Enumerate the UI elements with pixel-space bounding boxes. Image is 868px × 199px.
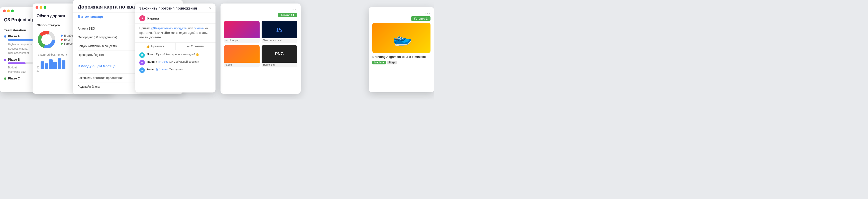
overview-dot-green [43,6,46,9]
assets-header: ... [220,3,301,13]
comment-text-prefix: Привет! [139,27,151,30]
overview-dot-red [36,6,38,9]
asset-thumb [224,21,259,38]
phase-b-progress [8,62,26,64]
phase-a-dot [4,35,6,37]
branding-content: Готово / 1 👟 Branding Alignment to LPs +… [369,16,434,67]
branding-tags: Medium Prep [372,61,431,64]
reply-avatar: А [139,67,145,73]
win-dot-green [11,9,14,12]
phase-a-label: Phase A [8,35,20,38]
task-name: Закончить прототип приложения [78,76,135,80]
overview-dot-yellow [39,6,42,9]
cards-container: Q3 Project alph Team iteration Phase A H… [0,0,434,100]
list-item: П Полина @Алекс QA мобильной версии? [139,60,212,65]
comment-author-name: Карина [147,17,159,20]
reply-icon: ↩ [187,45,190,48]
comment-actions: 👍 Нравится ↩ Ответить [135,42,216,50]
branding-header: ... [369,7,434,16]
task-name: Проверить бюджет [78,53,135,57]
reply-text: Полина @Алекс QA мобильной версии? [147,60,199,64]
bar-1 [40,61,44,69]
comment-body: Привет! @Разработчики продукта, вот ссыл… [135,24,216,42]
branding-tag-medium: Medium [372,61,386,64]
bar-2 [45,63,49,69]
card-branding: ... Готово / 1 👟 Branding Alignment to L… [369,7,434,92]
asset-name: Home.png [261,63,297,67]
comment-text-mid: , вот [187,27,194,30]
asset-thumb [224,45,259,63]
bar-3 [49,59,53,69]
list-item[interactable]: PNG Home.png [261,45,297,67]
card-assets: ... Готово / 1 n colors.png Ps Team even… [220,3,301,94]
list-item[interactable]: n colors.png [224,21,259,43]
phase-b-dot [4,59,6,61]
task-name: Редизайн блога [78,85,135,88]
list-item[interactable]: e.png [224,45,259,67]
asset-name: Team event.mp4 [261,38,297,43]
asset-thumb: PNG [261,45,297,63]
mention-devs[interactable]: @Разработчики продукта [151,27,187,30]
reply-avatar: П [139,60,145,65]
like-button[interactable]: 👍 Нравится [135,42,176,50]
list-item: А Алекс @Полина Уже делаю [139,67,212,73]
phase-c-dot [4,78,6,80]
reply-avatar: П [139,52,145,58]
reply-text: Павел Супер! Команда, вы молодцы! 💪 [147,52,199,56]
donut-chart [37,30,57,50]
asset-name: e.png [224,63,259,67]
bar-6 [62,60,65,69]
task-name: Онбординг (30 сотрудников) [78,36,135,39]
branding-title: Branding Alignment to LPs + minisite [372,55,431,59]
branding-tag-prep: Prep [387,61,397,64]
more-options-button[interactable]: ... [291,6,297,11]
win-dot-red [3,9,6,12]
win-dot-yellow [7,9,10,12]
prototype-link[interactable]: ссылка [194,27,204,30]
like-icon: 👍 [146,45,150,48]
close-button[interactable]: × [209,6,212,10]
reply-mention[interactable]: @Полина [156,68,168,71]
legend-dot-green [61,42,63,45]
list-item[interactable]: Ps Team event.mp4 [261,21,297,43]
card-comment: Закончить прототип приложения × К Карина… [135,3,216,92]
shoe-image: 👟 [390,26,413,49]
branding-more-options-button[interactable]: ... [425,9,431,15]
bar-4 [53,62,57,69]
assets-status-badge: Готово / 1 [278,13,297,17]
task-name: Анализ SEO [78,27,135,30]
list-item: П Павел Супер! Команда, вы молодцы! 💪 [139,52,212,58]
legend-dot-blue [61,35,63,36]
comment-header: Закончить прототип приложения × [135,3,216,13]
branding-thumbnail: 👟 [372,23,431,53]
comment-title: Закончить прототип приложения [139,6,197,10]
asset-name: n colors.png [224,38,259,43]
reply-mention[interactable]: @Алекс [158,60,168,63]
bar-5 [58,58,61,69]
phase-b-label: Phase B [8,58,20,61]
reply-text: Алекс @Полина Уже делаю [147,67,183,71]
asset-thumb: Ps [261,21,297,38]
phase-c-label: Phase C [8,77,20,80]
task-name: Запуск кампании в соцсетях [78,45,135,48]
comment-author-avatar: К [139,15,145,21]
branding-status-badge: Готово / 1 [411,16,431,21]
legend-dot-red [61,38,63,40]
assets-grid: n colors.png Ps Team event.mp4 e.png PNG… [220,19,301,70]
reply-button[interactable]: ↩ Ответить [176,42,216,50]
reply-list: П Павел Супер! Команда, вы молодцы! 💪 П … [135,50,216,77]
